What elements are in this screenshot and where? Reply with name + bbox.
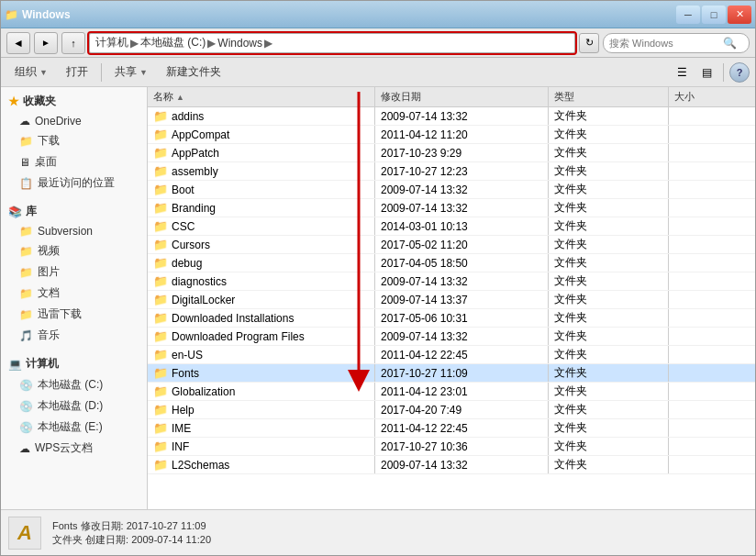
forward-button[interactable]: ►: [34, 32, 58, 54]
file-type-cell: 文件夹: [549, 199, 669, 217]
search-input[interactable]: [609, 38, 719, 49]
sidebar-item-recent[interactable]: 📋 最近访问的位置: [1, 172, 147, 194]
search-box[interactable]: 🔍: [603, 33, 750, 53]
file-size-cell: [669, 144, 755, 161]
file-name: AppCompat: [172, 128, 229, 141]
table-row[interactable]: 📁 Boot 2009-07-14 13:32 文件夹: [148, 181, 755, 199]
col-type-header[interactable]: 类型: [549, 87, 669, 106]
favorites-header[interactable]: ★ 收藏夹: [1, 91, 147, 112]
file-type-cell: 文件夹: [549, 162, 669, 180]
sidebar-item-subversion[interactable]: 📁 Subversion: [1, 222, 147, 240]
sidebar-item-ddrive[interactable]: 💿 本地磁盘 (D:): [1, 395, 147, 417]
wps-label: WPS云文档: [35, 440, 93, 456]
file-date-cell: 2009-07-14 13:37: [375, 291, 549, 308]
file-name: DigitalLocker: [172, 294, 235, 306]
table-row[interactable]: 📁 AppPatch 2017-10-23 9:29 文件夹: [148, 144, 755, 162]
ddrive-icon: 💿: [19, 400, 33, 413]
table-row[interactable]: 📁 INF 2017-10-27 10:36 文件夹: [148, 438, 755, 456]
sidebar-item-downloads[interactable]: 📁 下载: [1, 130, 147, 151]
file-size-cell: [669, 162, 755, 180]
sidebar-item-music[interactable]: 🎵 音乐: [1, 325, 147, 346]
file-type: 文件夹: [554, 182, 587, 197]
view-list-button[interactable]: ☰: [671, 62, 693, 83]
sidebar-item-documents[interactable]: 📁 文档: [1, 283, 147, 304]
file-name: Downloaded Program Files: [172, 330, 305, 343]
file-name-cell: 📁 AppPatch: [148, 144, 375, 161]
downloads-label: 下载: [38, 133, 60, 149]
folder-icon: 📁: [153, 311, 168, 325]
table-row[interactable]: 📁 Cursors 2017-05-02 11:20 文件夹: [148, 236, 755, 254]
path-drive: 本地磁盘 (C:): [140, 35, 206, 50]
video-label: 视频: [38, 243, 60, 259]
file-size-cell: [669, 364, 755, 382]
ddrive-label: 本地磁盘 (D:): [38, 398, 103, 414]
sidebar-item-xunlei[interactable]: 📁 迅雷下载: [1, 304, 147, 325]
file-date: 2017-04-05 18:50: [381, 257, 468, 270]
close-button[interactable]: ✕: [728, 6, 751, 24]
minimize-button[interactable]: ─: [676, 6, 700, 24]
address-path[interactable]: 计算机 ▶ 本地磁盘 (C:) ▶ Windows ▶: [89, 33, 575, 53]
computer-header[interactable]: 💻 计算机: [1, 353, 147, 374]
table-row[interactable]: 📁 Branding 2009-07-14 13:32 文件夹: [148, 199, 755, 217]
open-button[interactable]: 打开: [58, 61, 96, 83]
view-details-button[interactable]: ▤: [695, 62, 717, 83]
sidebar-item-cdrive[interactable]: 💿 本地磁盘 (C:): [1, 374, 147, 395]
file-date-cell: 2017-10-27 10:36: [375, 438, 549, 455]
computer-icon: 💻: [8, 358, 22, 371]
folder-icon: 📁: [153, 348, 168, 361]
table-row[interactable]: 📁 diagnostics 2009-07-14 13:32 文件夹: [148, 272, 755, 291]
music-label: 音乐: [38, 328, 60, 343]
back-button[interactable]: ◄: [6, 32, 30, 54]
file-list: 名称 ▲ 修改日期 类型 大小 📁 addins: [148, 87, 755, 509]
file-type: 文件夹: [554, 420, 587, 436]
table-row[interactable]: 📁 assembly 2017-10-27 12:23 文件夹: [148, 162, 755, 181]
file-size-cell: [669, 272, 755, 290]
table-row[interactable]: 📁 Downloaded Program Files 2009-07-14 13…: [148, 328, 755, 346]
table-row[interactable]: 📁 AppCompat 2011-04-12 11:20 文件夹: [148, 126, 755, 144]
folder-icon: 📁: [153, 146, 168, 160]
sidebar-item-edrive[interactable]: 💿 本地磁盘 (E:): [1, 417, 147, 438]
maximize-button[interactable]: □: [702, 6, 726, 24]
subversion-icon: 📁: [19, 225, 33, 238]
sidebar-item-onedrive[interactable]: ☁ OneDrive: [1, 112, 147, 130]
table-row[interactable]: 📁 Fonts 2017-10-27 11:09 文件夹: [148, 364, 755, 383]
up-button[interactable]: ↑: [61, 32, 85, 54]
sidebar-item-wps[interactable]: ☁ WPS云文档: [1, 438, 147, 459]
table-row[interactable]: 📁 addins 2009-07-14 13:32 文件夹: [148, 107, 755, 126]
table-row[interactable]: 📁 en-US 2011-04-12 22:45 文件夹: [148, 346, 755, 364]
file-size-cell: [669, 456, 755, 473]
table-row[interactable]: 📁 IME 2011-04-12 22:45 文件夹: [148, 419, 755, 438]
sidebar-item-video[interactable]: 📁 视频: [1, 240, 147, 261]
library-header[interactable]: 📚 库: [1, 201, 147, 222]
table-row[interactable]: 📁 L2Schemas 2009-07-14 13:32 文件夹: [148, 456, 755, 474]
share-button[interactable]: 共享 ▼: [106, 61, 156, 83]
organize-arrow: ▼: [39, 68, 48, 77]
col-date-header[interactable]: 修改日期: [375, 87, 549, 106]
col-name-header[interactable]: 名称 ▲: [148, 87, 375, 106]
help-button[interactable]: ?: [729, 62, 750, 83]
organize-button[interactable]: 组织 ▼: [6, 61, 56, 83]
status-line1: Fonts 修改日期: 2017-10-27 11:09: [52, 519, 211, 533]
table-row[interactable]: 📁 CSC 2014-03-01 10:13 文件夹: [148, 217, 755, 236]
table-row[interactable]: 📁 debug 2017-04-05 18:50 文件夹: [148, 254, 755, 272]
file-type-cell: 文件夹: [549, 383, 669, 400]
file-date-cell: 2017-10-27 11:09: [375, 364, 549, 382]
col-size-label: 大小: [674, 90, 695, 104]
file-name: Branding: [172, 202, 216, 215]
refresh-button[interactable]: ↻: [579, 33, 599, 53]
sidebar-item-pictures[interactable]: 📁 图片: [1, 261, 147, 283]
table-row[interactable]: 📁 Globalization 2011-04-12 23:01 文件夹: [148, 383, 755, 401]
folder-icon: 📁: [153, 458, 168, 472]
table-row[interactable]: 📁 DigitalLocker 2009-07-14 13:37 文件夹: [148, 291, 755, 309]
file-size-cell: [669, 107, 755, 125]
file-date: 2011-04-12 11:20: [381, 128, 468, 141]
table-row[interactable]: 📁 Downloaded Installations 2017-05-06 10…: [148, 309, 755, 328]
col-size-header[interactable]: 大小: [669, 87, 755, 106]
file-type: 文件夹: [554, 255, 587, 271]
file-type-cell: 文件夹: [549, 291, 669, 308]
new-folder-button[interactable]: 新建文件夹: [158, 61, 229, 83]
file-date-cell: 2014-03-01 10:13: [375, 217, 549, 235]
share-arrow: ▼: [139, 68, 148, 77]
table-row[interactable]: 📁 Help 2017-04-20 7:49 文件夹: [148, 401, 755, 419]
sidebar-item-desktop[interactable]: 🖥 桌面: [1, 151, 147, 172]
